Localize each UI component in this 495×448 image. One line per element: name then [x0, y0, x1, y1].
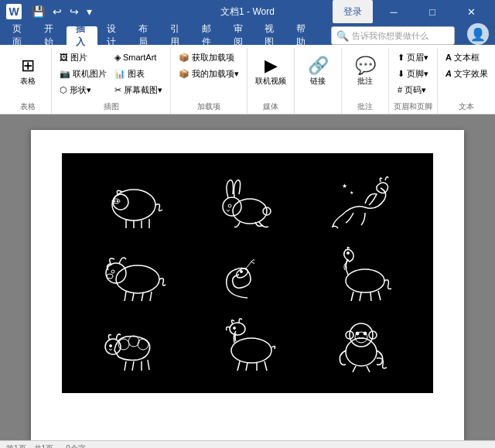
- page-info: 第1页，共1页: [6, 443, 53, 449]
- animal-rabbit: [191, 169, 305, 238]
- svg-point-41: [230, 323, 245, 335]
- screenshot-button[interactable]: ✂ 屏幕截图▾: [111, 82, 166, 97]
- group-table-label: 表格: [9, 98, 46, 114]
- ribbon-tab-bar: 页面 开始 插入 设计 布局 引用 邮件 审阅 视图 帮助 🔍 告诉我你想要做什…: [0, 23, 495, 45]
- svg-line-55: [367, 366, 370, 372]
- svg-point-24: [240, 271, 242, 273]
- animal-horse: [304, 238, 418, 308]
- online-picture-icon: 📷: [60, 69, 70, 79]
- link-label: 链接: [310, 76, 326, 87]
- svg-point-47: [346, 338, 377, 366]
- tab-references[interactable]: 引用: [161, 26, 193, 45]
- smartart-button[interactable]: ◈ SmartArt: [111, 50, 166, 65]
- group-header-footer-label: 页眉和页脚: [394, 98, 432, 114]
- my-addins-label: 我的加载项▾: [192, 68, 239, 80]
- chart-button[interactable]: 📊 图表: [111, 66, 166, 81]
- footer-button[interactable]: ⬇ 页脚▾: [394, 66, 432, 81]
- redo-icon[interactable]: ↪: [67, 4, 81, 19]
- svg-line-39: [148, 360, 149, 370]
- quick-access-dropdown-icon[interactable]: ▾: [84, 4, 94, 19]
- svg-point-40: [231, 338, 271, 363]
- textbox-label: 文本框: [454, 52, 480, 63]
- picture-button[interactable]: 🖼 图片: [56, 50, 110, 65]
- tab-review[interactable]: 审阅: [224, 26, 256, 45]
- screenshot-icon: ✂: [114, 85, 121, 95]
- group-comments-label: 批注: [346, 98, 384, 114]
- svg-point-35: [110, 345, 112, 347]
- smartart-label: SmartArt: [123, 53, 156, 62]
- link-icon: 🔗: [308, 57, 329, 74]
- wordart-button[interactable]: A 文字效果: [442, 66, 491, 81]
- tab-view[interactable]: 视图: [255, 26, 287, 45]
- window-controls: 登录 ─ □ ✕: [333, 0, 489, 23]
- tab-design[interactable]: 设计: [97, 26, 129, 45]
- chart-label: 图表: [128, 68, 145, 80]
- get-addins-button[interactable]: 📦 获取加载项: [176, 50, 242, 65]
- get-addins-label: 获取加载项: [192, 52, 234, 63]
- animal-dragon: ★ ★: [304, 169, 418, 238]
- login-button[interactable]: 登录: [333, 0, 373, 23]
- user-area: 👤: [461, 23, 495, 45]
- wordart-label: 文字效果: [454, 68, 488, 80]
- svg-point-52: [356, 332, 359, 335]
- group-text-content: A 文本框 A 文字效果: [442, 48, 491, 98]
- shape-button[interactable]: ⬡ 形状▾: [56, 82, 110, 97]
- tab-mailing[interactable]: 邮件: [193, 26, 224, 45]
- group-addins: 📦 获取加载项 📦 我的加载项▾ 加载项: [171, 48, 248, 114]
- svg-line-44: [246, 363, 248, 371]
- svg-point-42: [233, 327, 235, 330]
- word-app-icon: W: [6, 4, 22, 19]
- svg-line-54: [353, 366, 356, 372]
- group-illustrations-label: 插图: [56, 98, 166, 114]
- minimize-button[interactable]: ─: [376, 0, 411, 23]
- svg-point-26: [346, 252, 349, 255]
- svg-point-53: [364, 332, 367, 335]
- footer-icon: ⬇: [398, 69, 405, 79]
- tab-page[interactable]: 页面: [3, 26, 35, 45]
- header-button[interactable]: ⬆ 页眉▾: [394, 50, 432, 65]
- group-links-label: [299, 109, 336, 114]
- animal-monkey: [304, 308, 418, 378]
- comment-button[interactable]: 💬 批注: [346, 50, 384, 94]
- search-box[interactable]: 🔍 告诉我你想要做什么: [331, 26, 455, 45]
- dragon-svg: ★ ★: [326, 173, 396, 234]
- svg-line-28: [360, 292, 361, 301]
- online-video-label: 联机视频: [255, 76, 286, 87]
- ox-svg: [99, 242, 169, 304]
- video-icon: ▶: [265, 57, 278, 74]
- group-header-footer: ⬆ 页眉▾ ⬇ 页脚▾ # 页码▾ 页眉和页脚: [389, 48, 438, 114]
- svg-line-29: [370, 292, 371, 301]
- textbox-button[interactable]: A 文本框: [442, 50, 491, 65]
- table-button[interactable]: ⊞ 表格: [9, 50, 46, 94]
- picture-label: 图片: [70, 52, 87, 63]
- status-bar: 第1页，共1页 0个字: [0, 440, 495, 448]
- svg-line-43: [237, 361, 240, 371]
- illustrations-col2: ◈ SmartArt 📊 图表 ✂ 屏幕截图▾: [111, 50, 166, 97]
- screenshot-label: 屏幕截图▾: [124, 84, 162, 96]
- animal-pig: [77, 169, 191, 238]
- link-button[interactable]: 🔗 链接: [299, 50, 336, 94]
- undo-icon[interactable]: ↩: [50, 4, 64, 19]
- tab-insert[interactable]: 插入: [67, 26, 98, 45]
- close-button[interactable]: ✕: [453, 0, 489, 23]
- snake-svg: [213, 242, 282, 304]
- get-addins-icon: 📦: [179, 53, 189, 63]
- svg-line-21: [142, 293, 143, 301]
- group-media-content: ▶ 联机视频: [252, 48, 289, 98]
- svg-point-33: [138, 339, 148, 350]
- svg-point-11: [228, 204, 231, 207]
- maximize-button[interactable]: □: [415, 0, 450, 23]
- tab-layout[interactable]: 布局: [129, 26, 161, 45]
- online-video-button[interactable]: ▶ 联机视频: [252, 50, 289, 94]
- save-icon[interactable]: 💾: [29, 4, 47, 19]
- my-addins-button[interactable]: 📦 我的加载项▾: [176, 66, 242, 81]
- svg-point-7: [114, 200, 115, 202]
- page-number-button[interactable]: # 页码▾: [394, 82, 432, 97]
- ribbon-toolbar: ⊞ 表格 表格 🖼 图片 📷 联机图片 ⬡ 形状▾: [0, 45, 495, 115]
- tab-home[interactable]: 开始: [35, 26, 67, 45]
- group-text-label: 文本: [442, 98, 491, 114]
- comment-label: 批注: [357, 76, 373, 87]
- user-avatar[interactable]: 👤: [467, 23, 489, 45]
- online-picture-button[interactable]: 📷 联机图片: [56, 66, 110, 81]
- tab-help[interactable]: 帮助: [287, 26, 319, 45]
